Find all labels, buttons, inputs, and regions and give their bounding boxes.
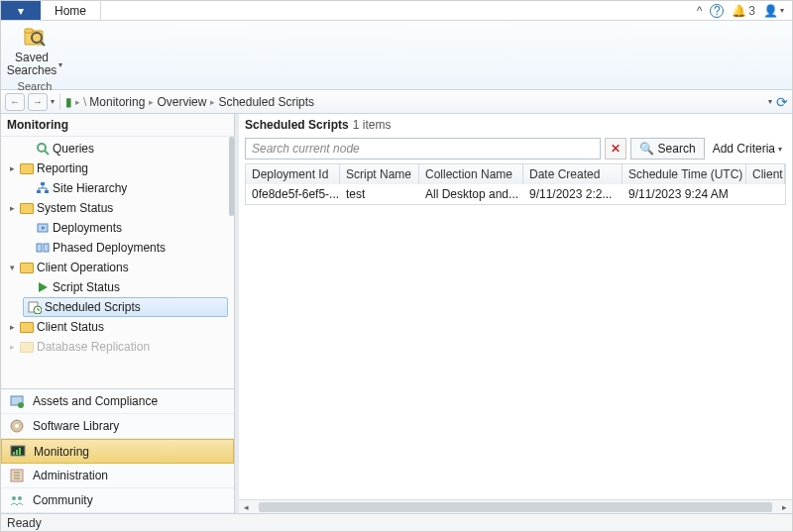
notification-count: 3 [748,4,755,18]
community-icon [9,492,25,508]
svg-line-5 [45,151,49,155]
wunderbar-label: Community [33,493,93,507]
content-pane: Scheduled Scripts 1 items Search current… [235,114,792,513]
wunderbar-monitoring[interactable]: Monitoring [1,439,234,464]
tree-item-label: Deployments [53,221,122,235]
table-cell: test [340,184,419,204]
expander-icon[interactable]: ▸ [7,342,17,352]
navigation-pane: Monitoring Queries▸ReportingSite Hierarc… [1,114,235,513]
caret-up-icon[interactable]: ^ [697,4,703,18]
expander-icon[interactable]: ▸ [7,163,17,173]
tree-item-reporting[interactable]: ▸Reporting [1,159,234,178]
column-header[interactable]: Collection Name [419,164,523,184]
wunderbar-administration[interactable]: Administration [1,464,234,488]
column-header[interactable]: Script Name [340,164,419,184]
tree-item-site-hierarchy[interactable]: Site Hierarchy [1,178,234,198]
column-header[interactable]: Client Operation ID [746,164,785,184]
tree-item-label: Scheduled Scripts [45,300,141,314]
tree-item-label: Queries [53,142,94,156]
results-table: Deployment IdScript NameCollection NameD… [245,163,786,205]
sched-icon [28,300,42,314]
tree-item-client-operations[interactable]: ▾Client Operations [1,258,234,277]
breadcrumb-root-icon[interactable]: ▮ [65,95,72,109]
tree-item-scheduled-scripts[interactable]: Scheduled Scripts [23,297,228,317]
tree-item-phased-deployments[interactable]: Phased Deployments [1,238,234,258]
play-icon [36,280,50,294]
system-menu-button[interactable]: ▾ [1,1,41,20]
tree-item-label: Phased Deployments [53,241,166,255]
breadcrumb-item[interactable]: Scheduled Scripts [218,95,314,109]
forward-button[interactable]: → [28,93,48,111]
scrollbar-thumb[interactable] [229,137,234,216]
saved-searches-button[interactable]: Saved Searches ▾ [7,52,63,77]
table-header-row: Deployment IdScript NameCollection NameD… [246,164,785,184]
wunderbar-label: Monitoring [34,445,89,459]
add-criteria-button[interactable]: Add Criteria ▾ [709,138,786,160]
title-bar: ▾ Home ^ ? 🔔 3 👤▾ [1,1,792,21]
search-button[interactable]: 🔍 Search [630,138,705,160]
folder-icon [20,340,34,354]
column-header[interactable]: Schedule Time (UTC) [623,164,746,184]
tree-item-queries[interactable]: Queries [1,139,234,159]
notifications-button[interactable]: 🔔 3 [732,4,755,18]
tree-view[interactable]: Queries▸ReportingSite Hierarchy▸System S… [1,137,234,388]
table-row[interactable]: 0fe8de5f-6ef5-...testAll Desktop and...9… [246,184,785,204]
scroll-left-arrow[interactable]: ◂ [239,500,254,514]
folder-icon [20,320,34,334]
horizontal-scrollbar[interactable]: ◂ ▸ [239,499,792,513]
status-bar: Ready [1,513,792,531]
tree-item-deployments[interactable]: Deployments [1,218,234,238]
tree-item-script-status[interactable]: Script Status [1,277,234,297]
search-input[interactable]: Search current node [245,138,601,160]
caret-down-icon: ▾ [778,145,782,154]
expander-icon[interactable]: ▸ [7,203,17,213]
caret-down-icon: ▾ [58,60,62,69]
search-button-label: Search [658,142,696,156]
svg-point-17 [15,424,19,428]
breadcrumb-dropdown[interactable]: ▾ [768,97,772,106]
expander-icon[interactable]: ▾ [7,263,17,272]
breadcrumb-item[interactable]: Monitoring▸ [89,95,154,109]
bell-icon: 🔔 [732,4,746,18]
scrollbar-thumb[interactable] [259,502,772,512]
tree-item-label: Script Status [53,280,120,294]
tree-item-label: System Status [37,201,113,215]
svg-rect-10 [37,244,42,252]
refresh-button[interactable]: ⟳ [776,94,788,110]
column-header[interactable]: Deployment Id [246,164,340,184]
tree-item-client-status[interactable]: ▸Client Status [1,317,234,337]
search-icon: 🔍 [639,142,654,156]
scroll-right-arrow[interactable]: ▸ [777,500,792,514]
clear-search-button[interactable]: ✕ [605,138,626,160]
wunderbar-community[interactable]: Community [1,488,234,513]
column-header[interactable]: Date Created [523,164,623,184]
user-menu[interactable]: 👤▾ [763,4,784,18]
table-cell: 0fe8de5f-6ef5-... [246,184,340,204]
expander-icon[interactable]: ▸ [7,322,17,332]
svg-rect-6 [41,182,45,185]
wunderbar-assets-and-compliance[interactable]: Assets and Compliance [1,389,234,414]
ribbon: Saved Searches ▾ Search [1,21,792,90]
table-cell [746,184,785,204]
history-dropdown[interactable]: ▾ [51,97,55,106]
svg-point-23 [12,496,16,500]
tree-item-label: Reporting [37,161,88,175]
tab-home[interactable]: Home [41,1,101,20]
wunderbar-software-library[interactable]: Software Library [1,414,234,439]
folder-icon [20,261,34,274]
pane-title: Monitoring [1,114,234,137]
wunderbar-label: Assets and Compliance [33,394,158,408]
folder-icon [20,161,34,175]
wunderbar: Assets and ComplianceSoftware LibraryMon… [1,388,234,513]
tree-item-database-replication[interactable]: ▸Database Replication [1,337,234,357]
tree-item-label: Client Operations [37,261,129,274]
breadcrumb-item[interactable]: Overview▸ [157,95,215,109]
deploy-icon [36,221,50,235]
help-icon[interactable]: ? [710,4,724,18]
tree-item-label: Database Replication [37,340,150,354]
table-cell: All Desktop and... [419,184,523,204]
tree-item-system-status[interactable]: ▸System Status [1,198,234,218]
back-button[interactable]: ← [5,93,25,111]
list-count: 1 items [353,118,392,132]
breadcrumb-bar: ← → ▾ ▮ ▸ \ Monitoring▸ Overview▸ Schedu… [1,90,792,114]
